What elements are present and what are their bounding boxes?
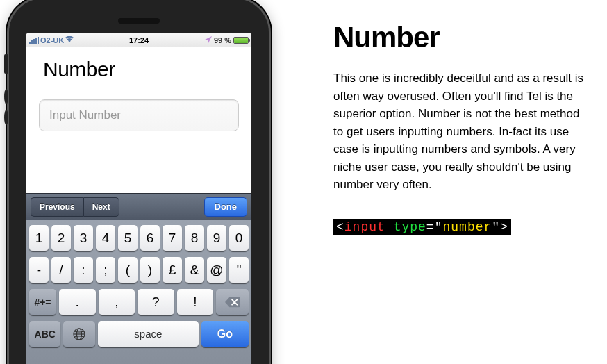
key-8[interactable]: 8 bbox=[185, 225, 204, 251]
key-7[interactable]: 7 bbox=[163, 225, 182, 251]
key-5[interactable]: 5 bbox=[118, 225, 138, 251]
location-icon bbox=[205, 36, 212, 44]
key-?[interactable]: ? bbox=[138, 289, 174, 315]
keyboard-row-1: 1234567890 bbox=[29, 225, 249, 251]
page-title: Number bbox=[43, 58, 239, 81]
code-example: <input type="number"> bbox=[333, 219, 511, 235]
number-input[interactable]: Input Number bbox=[39, 99, 239, 131]
key-![interactable]: ! bbox=[177, 289, 214, 315]
article-body: This one is incredibly deceitful and as … bbox=[333, 69, 586, 194]
key-([interactable]: ( bbox=[118, 257, 138, 283]
key-3[interactable]: 3 bbox=[74, 225, 93, 251]
key-,[interactable]: , bbox=[99, 289, 135, 315]
go-key[interactable]: Go bbox=[201, 321, 249, 347]
key-.[interactable]: . bbox=[59, 289, 96, 315]
screen-content: Number Input Number bbox=[26, 47, 251, 193]
phone-volume-down bbox=[4, 110, 8, 125]
done-button[interactable]: Done bbox=[204, 197, 248, 217]
key-&[interactable]: & bbox=[185, 257, 204, 283]
key-2[interactable]: 2 bbox=[51, 225, 71, 251]
phone-mockup-column: O2-UK 17:24 99 % Number Input Nu bbox=[0, 0, 299, 364]
key-0[interactable]: 0 bbox=[229, 225, 249, 251]
key-9[interactable]: 9 bbox=[207, 225, 226, 251]
key-:[interactable]: : bbox=[74, 257, 93, 283]
status-right: 99 % bbox=[205, 36, 249, 44]
space-key[interactable]: space bbox=[98, 321, 199, 347]
wifi-icon bbox=[65, 36, 74, 44]
code-tag: input bbox=[344, 220, 385, 234]
article-title: Number bbox=[333, 21, 586, 54]
ios-keyboard: 1234567890 -/:;()£&@" #+= .,?! ABC space… bbox=[26, 220, 251, 364]
keyboard-row-4: ABC space Go bbox=[29, 321, 249, 347]
symbols-toggle-key[interactable]: #+= bbox=[29, 289, 56, 315]
key-;[interactable]: ; bbox=[96, 257, 115, 283]
globe-key[interactable] bbox=[63, 321, 94, 347]
key-@[interactable]: @ bbox=[207, 257, 226, 283]
code-open: < bbox=[336, 220, 344, 234]
key-6[interactable]: 6 bbox=[140, 225, 160, 251]
keyboard-row-3: #+= .,?! bbox=[29, 289, 249, 315]
key-1[interactable]: 1 bbox=[29, 225, 49, 251]
article-column: Number This one is incredibly deceitful … bbox=[299, 0, 607, 364]
status-time: 17:24 bbox=[129, 36, 149, 44]
key-4[interactable]: 4 bbox=[96, 225, 115, 251]
iphone-mockup: O2-UK 17:24 99 % Number Input Nu bbox=[7, 0, 271, 364]
code-val: number bbox=[442, 220, 492, 234]
key-£[interactable]: £ bbox=[163, 257, 182, 283]
code-q1: " bbox=[435, 220, 443, 234]
code-close: > bbox=[500, 220, 508, 234]
key--[interactable]: - bbox=[29, 257, 49, 283]
key-/[interactable]: / bbox=[51, 257, 71, 283]
key-"[interactable]: " bbox=[229, 257, 249, 283]
status-left: O2-UK bbox=[29, 36, 74, 44]
backspace-key[interactable] bbox=[216, 289, 249, 315]
key-)[interactable]: ) bbox=[140, 257, 160, 283]
carrier-label: O2-UK bbox=[40, 36, 64, 44]
code-attr: type bbox=[394, 220, 426, 234]
next-button[interactable]: Next bbox=[83, 197, 119, 217]
keyboard-row-2: -/:;()£&@" bbox=[29, 257, 249, 283]
abc-toggle-key[interactable]: ABC bbox=[29, 321, 60, 347]
signal-icon bbox=[29, 37, 39, 44]
previous-button[interactable]: Previous bbox=[31, 197, 83, 217]
phone-volume-up bbox=[4, 89, 8, 104]
code-q2: " bbox=[492, 220, 500, 234]
status-bar: O2-UK 17:24 99 % bbox=[26, 33, 251, 47]
phone-screen: O2-UK 17:24 99 % Number Input Nu bbox=[26, 33, 251, 364]
code-eq: = bbox=[426, 220, 435, 234]
phone-side-switch bbox=[4, 54, 8, 74]
battery-icon bbox=[233, 37, 249, 44]
input-placeholder: Input Number bbox=[49, 108, 121, 122]
battery-percent: 99 % bbox=[214, 36, 231, 44]
keyboard-accessory-bar: Previous Next Done bbox=[26, 193, 251, 220]
